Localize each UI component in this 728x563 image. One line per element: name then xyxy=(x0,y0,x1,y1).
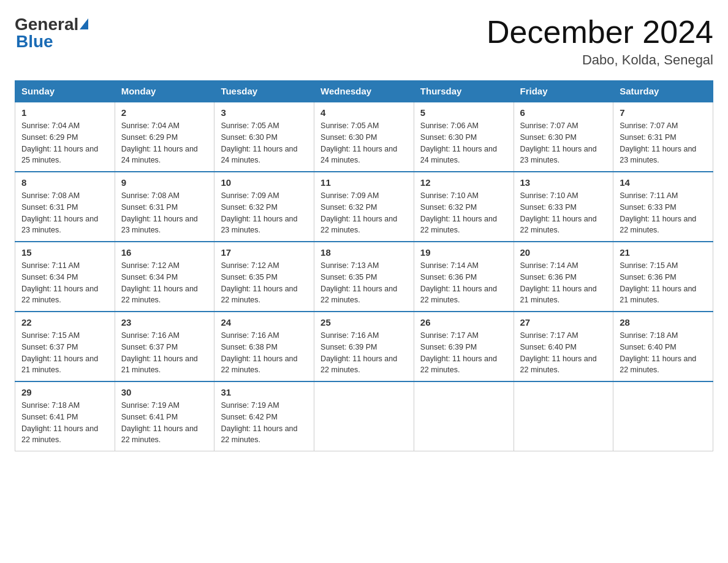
day-info: Sunrise: 7:15 AM Sunset: 6:37 PM Dayligh… xyxy=(21,330,108,376)
calendar-day-cell: 16 Sunrise: 7:12 AM Sunset: 6:34 PM Dayl… xyxy=(115,242,214,312)
day-number: 24 xyxy=(221,317,308,327)
title-block: December 2024 Dabo, Kolda, Senegal xyxy=(487,15,713,68)
month-title: December 2024 xyxy=(487,15,713,50)
header-thursday: Thursday xyxy=(414,81,514,102)
calendar-day-cell: 14 Sunrise: 7:11 AM Sunset: 6:33 PM Dayl… xyxy=(613,172,713,242)
day-number: 15 xyxy=(21,247,108,258)
day-number: 23 xyxy=(121,317,208,327)
day-info: Sunrise: 7:16 AM Sunset: 6:39 PM Dayligh… xyxy=(320,330,408,376)
day-number: 2 xyxy=(121,107,208,118)
calendar-day-cell: 1 Sunrise: 7:04 AM Sunset: 6:29 PM Dayli… xyxy=(15,102,115,172)
day-number: 28 xyxy=(620,317,707,327)
calendar-day-cell: 11 Sunrise: 7:09 AM Sunset: 6:32 PM Dayl… xyxy=(314,172,414,242)
day-info: Sunrise: 7:13 AM Sunset: 6:35 PM Dayligh… xyxy=(320,260,408,306)
day-info: Sunrise: 7:05 AM Sunset: 6:30 PM Dayligh… xyxy=(221,120,308,166)
day-number: 14 xyxy=(620,177,707,188)
calendar-day-cell: 31 Sunrise: 7:19 AM Sunset: 6:42 PM Dayl… xyxy=(214,381,314,451)
day-number: 16 xyxy=(121,247,208,258)
calendar-day-cell: 10 Sunrise: 7:09 AM Sunset: 6:32 PM Dayl… xyxy=(214,172,314,242)
calendar-day-cell: 24 Sunrise: 7:16 AM Sunset: 6:38 PM Dayl… xyxy=(214,312,314,381)
day-info: Sunrise: 7:19 AM Sunset: 6:41 PM Dayligh… xyxy=(121,400,208,446)
calendar-day-cell: 19 Sunrise: 7:14 AM Sunset: 6:36 PM Dayl… xyxy=(414,242,514,312)
day-number: 10 xyxy=(221,177,308,188)
day-number: 11 xyxy=(320,177,408,188)
calendar-header-row: SundayMondayTuesdayWednesdayThursdayFrid… xyxy=(15,81,713,102)
day-info: Sunrise: 7:08 AM Sunset: 6:31 PM Dayligh… xyxy=(121,190,208,236)
day-info: Sunrise: 7:14 AM Sunset: 6:36 PM Dayligh… xyxy=(420,260,507,306)
calendar-week-row: 15 Sunrise: 7:11 AM Sunset: 6:34 PM Dayl… xyxy=(15,242,713,312)
day-number: 9 xyxy=(121,177,208,188)
calendar-empty-cell xyxy=(314,381,414,451)
calendar-day-cell: 17 Sunrise: 7:12 AM Sunset: 6:35 PM Dayl… xyxy=(214,242,314,312)
day-info: Sunrise: 7:06 AM Sunset: 6:30 PM Dayligh… xyxy=(420,120,507,166)
day-info: Sunrise: 7:10 AM Sunset: 6:33 PM Dayligh… xyxy=(520,190,607,236)
day-info: Sunrise: 7:04 AM Sunset: 6:29 PM Dayligh… xyxy=(121,120,208,166)
calendar-day-cell: 5 Sunrise: 7:06 AM Sunset: 6:30 PM Dayli… xyxy=(414,102,514,172)
day-number: 20 xyxy=(520,247,607,258)
calendar-empty-cell xyxy=(514,381,613,451)
day-info: Sunrise: 7:11 AM Sunset: 6:33 PM Dayligh… xyxy=(620,190,707,236)
day-info: Sunrise: 7:07 AM Sunset: 6:31 PM Dayligh… xyxy=(620,120,707,166)
day-info: Sunrise: 7:04 AM Sunset: 6:29 PM Dayligh… xyxy=(21,120,108,166)
day-info: Sunrise: 7:18 AM Sunset: 6:41 PM Dayligh… xyxy=(21,400,108,446)
day-info: Sunrise: 7:16 AM Sunset: 6:37 PM Dayligh… xyxy=(121,330,208,376)
day-number: 25 xyxy=(320,317,408,327)
calendar-day-cell: 28 Sunrise: 7:18 AM Sunset: 6:40 PM Dayl… xyxy=(613,312,713,381)
calendar-day-cell: 4 Sunrise: 7:05 AM Sunset: 6:30 PM Dayli… xyxy=(314,102,414,172)
day-number: 3 xyxy=(221,107,308,118)
day-number: 31 xyxy=(221,387,308,397)
day-info: Sunrise: 7:11 AM Sunset: 6:34 PM Dayligh… xyxy=(21,260,108,306)
day-info: Sunrise: 7:17 AM Sunset: 6:40 PM Dayligh… xyxy=(520,330,607,376)
calendar-day-cell: 13 Sunrise: 7:10 AM Sunset: 6:33 PM Dayl… xyxy=(514,172,613,242)
location: Dabo, Kolda, Senegal xyxy=(487,52,713,68)
day-number: 7 xyxy=(620,107,707,118)
day-info: Sunrise: 7:15 AM Sunset: 6:36 PM Dayligh… xyxy=(620,260,707,306)
calendar-day-cell: 23 Sunrise: 7:16 AM Sunset: 6:37 PM Dayl… xyxy=(115,312,214,381)
calendar-day-cell: 26 Sunrise: 7:17 AM Sunset: 6:39 PM Dayl… xyxy=(414,312,514,381)
calendar-table: SundayMondayTuesdayWednesdayThursdayFrid… xyxy=(15,80,713,451)
day-info: Sunrise: 7:18 AM Sunset: 6:40 PM Dayligh… xyxy=(620,330,707,376)
day-number: 26 xyxy=(420,317,507,327)
day-number: 30 xyxy=(121,387,208,397)
header-wednesday: Wednesday xyxy=(314,81,414,102)
day-info: Sunrise: 7:07 AM Sunset: 6:30 PM Dayligh… xyxy=(520,120,607,166)
calendar-day-cell: 6 Sunrise: 7:07 AM Sunset: 6:30 PM Dayli… xyxy=(514,102,613,172)
calendar-day-cell: 21 Sunrise: 7:15 AM Sunset: 6:36 PM Dayl… xyxy=(613,242,713,312)
logo-triangle-icon xyxy=(80,18,88,29)
calendar-day-cell: 2 Sunrise: 7:04 AM Sunset: 6:29 PM Dayli… xyxy=(115,102,214,172)
calendar-day-cell: 3 Sunrise: 7:05 AM Sunset: 6:30 PM Dayli… xyxy=(214,102,314,172)
day-number: 18 xyxy=(320,247,408,258)
calendar-day-cell: 30 Sunrise: 7:19 AM Sunset: 6:41 PM Dayl… xyxy=(115,381,214,451)
header-sunday: Sunday xyxy=(15,81,115,102)
day-info: Sunrise: 7:08 AM Sunset: 6:31 PM Dayligh… xyxy=(21,190,108,236)
day-info: Sunrise: 7:17 AM Sunset: 6:39 PM Dayligh… xyxy=(420,330,507,376)
day-info: Sunrise: 7:14 AM Sunset: 6:36 PM Dayligh… xyxy=(520,260,607,306)
header-saturday: Saturday xyxy=(613,81,713,102)
calendar-week-row: 1 Sunrise: 7:04 AM Sunset: 6:29 PM Dayli… xyxy=(15,102,713,172)
day-number: 5 xyxy=(420,107,507,118)
calendar-day-cell: 22 Sunrise: 7:15 AM Sunset: 6:37 PM Dayl… xyxy=(15,312,115,381)
day-info: Sunrise: 7:12 AM Sunset: 6:34 PM Dayligh… xyxy=(121,260,208,306)
day-number: 29 xyxy=(21,387,108,397)
day-info: Sunrise: 7:10 AM Sunset: 6:32 PM Dayligh… xyxy=(420,190,507,236)
day-number: 8 xyxy=(21,177,108,188)
calendar-day-cell: 9 Sunrise: 7:08 AM Sunset: 6:31 PM Dayli… xyxy=(115,172,214,242)
calendar-empty-cell xyxy=(613,381,713,451)
day-number: 1 xyxy=(21,107,108,118)
logo-blue-text: Blue xyxy=(16,32,53,51)
page-header: General Blue December 2024 Dabo, Kolda, … xyxy=(15,15,713,68)
calendar-week-row: 29 Sunrise: 7:18 AM Sunset: 6:41 PM Dayl… xyxy=(15,381,713,451)
header-tuesday: Tuesday xyxy=(214,81,314,102)
day-info: Sunrise: 7:19 AM Sunset: 6:42 PM Dayligh… xyxy=(221,400,308,446)
calendar-day-cell: 8 Sunrise: 7:08 AM Sunset: 6:31 PM Dayli… xyxy=(15,172,115,242)
calendar-day-cell: 12 Sunrise: 7:10 AM Sunset: 6:32 PM Dayl… xyxy=(414,172,514,242)
day-number: 17 xyxy=(221,247,308,258)
calendar-day-cell: 27 Sunrise: 7:17 AM Sunset: 6:40 PM Dayl… xyxy=(514,312,613,381)
calendar-empty-cell xyxy=(414,381,514,451)
header-monday: Monday xyxy=(115,81,214,102)
day-number: 6 xyxy=(520,107,607,118)
calendar-day-cell: 20 Sunrise: 7:14 AM Sunset: 6:36 PM Dayl… xyxy=(514,242,613,312)
day-number: 13 xyxy=(520,177,607,188)
calendar-day-cell: 7 Sunrise: 7:07 AM Sunset: 6:31 PM Dayli… xyxy=(613,102,713,172)
day-info: Sunrise: 7:12 AM Sunset: 6:35 PM Dayligh… xyxy=(221,260,308,306)
